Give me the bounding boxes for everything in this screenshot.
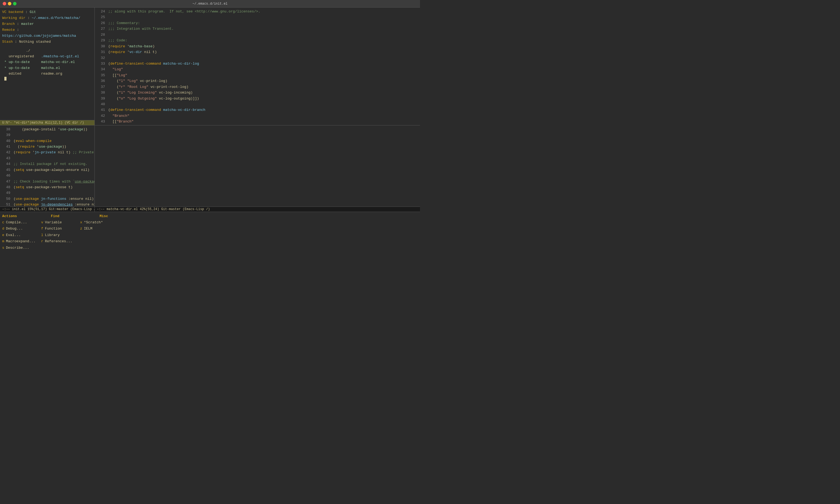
vc-branch-label: Branch	[2, 22, 17, 26]
bottom-panes-row: 38 (package-install 'use-package)) 39 40…	[0, 125, 420, 212]
window-title: ~/.emacs.d/init.el	[192, 2, 228, 6]
menu-item-macroexpand[interactable]: Macroexpand...	[6, 238, 41, 245]
menu-row-4: m Macroexpand... r References...	[2, 238, 418, 245]
vc-info-section: VC backend : Git Working dir : ~/.emacs.…	[0, 7, 94, 120]
code-line-39b: 39	[0, 132, 94, 138]
code-line-38b: 38 (package-install 'use-package))	[0, 127, 94, 132]
top-panes-row: VC backend : Git Working dir : ~/.emacs.…	[0, 7, 420, 125]
vc-stash-value: Nothing stashed	[19, 40, 51, 44]
menu-bar: Actions Find Misc c Compile... v Variabl…	[0, 212, 420, 252]
code-line-50b: 50 (use-package jn-functions :ensure nil…	[0, 196, 94, 202]
menu-section-find: Find	[51, 213, 75, 219]
code-line-40: 40	[95, 102, 420, 107]
code-line-35: 35 [["Log"	[95, 72, 420, 78]
code-line-47b: 47 ;; Check loading times with `use-pack…	[0, 179, 94, 184]
list-item[interactable]: * up-to-date matcha.el	[2, 65, 92, 71]
vc-workdir-value[interactable]: ~/.emacs.d/fork/matcha/	[32, 16, 80, 20]
left-bottom-mode-line: -:-- init.el 15%(51,17) Git:master (Emac…	[0, 206, 94, 212]
vc-backend-label: VC backend	[2, 10, 25, 14]
vc-backend-value: Git	[30, 10, 36, 14]
code-line-41b: 41 (require 'use-package))	[0, 144, 94, 149]
code-line-45b: 45 (setq use-package-always-ensure nil)	[0, 167, 94, 173]
code-line-43b: 43	[0, 156, 94, 161]
code-line-41: 41 (define-transient-command matcha-vc-d…	[95, 107, 420, 113]
code-line-37: 37 ("r" "Root Log" vc-print-root-log)	[95, 84, 420, 90]
main-container: VC backend : Git Working dir : ~/.emacs.…	[0, 7, 420, 252]
menu-row-headers: Actions Find Misc	[2, 213, 418, 219]
menu-item-library[interactable]: Library	[45, 232, 80, 238]
code-line-49b: 49	[0, 190, 94, 196]
code-line-32: 32	[95, 55, 420, 61]
code-line-26: 26 ;;; Commentary:	[95, 20, 420, 26]
code-line-28: 28	[95, 32, 420, 38]
code-line-42: 42 "Branch"	[95, 113, 420, 119]
maximize-button[interactable]	[13, 2, 17, 5]
title-bar: ~/.emacs.d/init.el	[0, 0, 420, 7]
left-bottom-pane: 38 (package-install 'use-package)) 39 40…	[0, 125, 95, 212]
left-top-mode-line: U:%*- *vc-dir*|matcha All(12,1) (VC dir …	[0, 120, 94, 125]
code-line-46b: 46	[0, 173, 94, 178]
code-line-40b: 40 (eval-when-compile	[0, 138, 94, 144]
vc-info: VC backend : Git Working dir : ~/.emacs.…	[0, 7, 94, 47]
code-line-25: 25	[95, 14, 420, 20]
code-line-33: 33 (define-transient-command matcha-vc-d…	[95, 61, 420, 67]
code-line-36: 36 ("l" "Log" vc-print-log)	[95, 78, 420, 84]
cursor-line	[2, 77, 92, 80]
code-line-34: 34 "Log"	[95, 67, 420, 72]
menu-item-compile[interactable]: Compile...	[6, 219, 41, 226]
vc-branch-value: master	[21, 22, 34, 26]
file-list: ./ unregistered .#matcha-vc-git.el * up-…	[0, 47, 94, 82]
menu-item-describe[interactable]: Describe...	[6, 245, 41, 251]
menu-item-function[interactable]: Function	[45, 226, 80, 232]
code-line-39: 39 ("o" "Log Outgoing" vc-log-outgoing)]…	[95, 96, 420, 102]
code-line-48b: 48 (setq use-package-verbose t)	[0, 184, 94, 190]
code-line-44b: 44 ;; Install package if not existing.	[0, 161, 94, 167]
code-line-30: 30 (require 'matcha-base)	[95, 43, 420, 49]
menu-item-debug[interactable]: Debug...	[6, 226, 41, 232]
left-code-area: 38 (package-install 'use-package)) 39 40…	[0, 125, 94, 206]
menu-row-3: e Eval... l Library	[2, 232, 418, 238]
menu-row-5: s Describe...	[2, 245, 418, 251]
minimize-button[interactable]	[8, 2, 11, 5]
code-line-27: 27 ;;; Integration with Transient.	[95, 26, 420, 32]
menu-item-references[interactable]: References...	[45, 238, 80, 245]
menu-row-1: c Compile... v Variable x *Scratch*	[2, 219, 418, 226]
menu-item-scratch[interactable]: *Scratch*	[84, 219, 119, 226]
right-bottom-pane: -:-- matcha-vc-dir.el 42%(55,24) Git-mas…	[95, 125, 420, 212]
menu-item-variable[interactable]: Variable	[45, 219, 80, 226]
menu-section-misc: Misc	[100, 213, 124, 219]
list-item[interactable]: * up-to-date matcha-vc-dir.el	[2, 59, 92, 65]
vc-stash-label: Stash	[2, 40, 15, 44]
right-code-area: 24 ;; along with this program. If not, s…	[95, 7, 420, 125]
left-top-pane: VC backend : Git Working dir : ~/.emacs.…	[0, 7, 95, 125]
list-item[interactable]: edited readme.org	[2, 71, 92, 76]
list-item[interactable]: unregistered .#matcha-vc-git.el	[2, 54, 92, 59]
vc-remote-label: Remote	[2, 28, 17, 32]
code-line-51b: 51 (use-package jn-dependencies :ensure …	[0, 202, 94, 206]
vc-remote-value[interactable]: https://github.com/jojojames/matcha	[2, 34, 76, 38]
close-button[interactable]	[3, 2, 6, 5]
right-bottom-mode-line: -:-- matcha-vc-dir.el 42%(55,24) Git-mas…	[95, 206, 420, 212]
menu-section-actions: Actions	[2, 213, 27, 219]
vc-workdir-label: Working dir	[2, 16, 25, 20]
code-line-29: 29 ;;; Code:	[95, 38, 420, 43]
right-bottom-empty	[95, 125, 420, 206]
code-line-43: 43 [["Branch"	[95, 119, 420, 124]
right-top-pane: 24 ;; along with this program. If not, s…	[95, 7, 420, 125]
traffic-lights	[3, 2, 17, 5]
code-line-31: 31 (require 'vc-dir nil t)	[95, 49, 420, 55]
code-line-42b: 42 (require 'jn-private nil t) ;; Privat…	[0, 149, 94, 155]
code-line-38: 38 ("i" "Log Incoming" vc-log-incoming)	[95, 90, 420, 95]
menu-item-ielm[interactable]: IELM	[84, 226, 119, 232]
code-line-24: 24 ;; along with this program. If not, s…	[95, 8, 420, 14]
menu-row-2: d Debug... f Function z IELM	[2, 226, 418, 232]
menu-item-eval[interactable]: Eval...	[6, 232, 41, 238]
list-item: ./	[2, 48, 92, 54]
